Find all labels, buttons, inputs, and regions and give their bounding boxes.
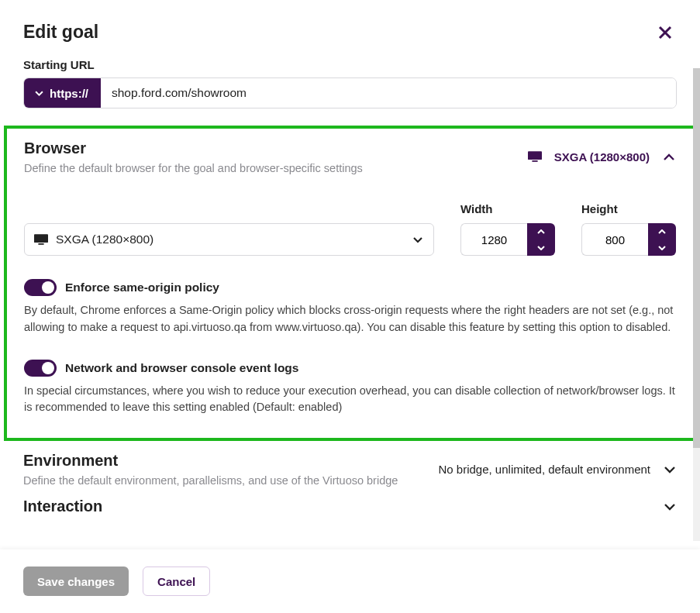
viewport-select-value: SXGA (1280×800) [56,232,404,246]
viewport-select[interactable]: SXGA (1280×800) [24,223,434,256]
environment-section: Environment Define the default environme… [23,452,677,491]
logs-desc: In special circumstances, where you wish… [24,383,676,417]
scrollbar-thumb[interactable] [693,68,700,448]
save-button[interactable]: Save changes [23,567,129,596]
height-input[interactable] [581,223,648,256]
browser-collapse-toggle[interactable] [662,150,676,164]
browser-section: Browser Define the default browser for t… [4,126,696,441]
chevron-down-icon [35,89,43,98]
cancel-button[interactable]: Cancel [143,567,210,596]
url-row: https:// [23,77,677,108]
svg-rect-2 [528,151,542,160]
url-label: Starting URL [0,58,700,77]
logs-label: Network and browser console event logs [65,361,298,375]
width-stepper[interactable] [460,223,555,256]
protocol-text: https:// [50,87,88,100]
monitor-icon [34,234,48,246]
interaction-section: Interaction [23,498,677,515]
browser-title: Browser [24,139,528,157]
same-origin-label: Enforce same-origin policy [65,281,219,294]
protocol-dropdown[interactable]: https:// [24,78,101,108]
height-down-icon[interactable] [648,239,676,256]
browser-summary: SXGA (1280×800) [554,150,650,164]
interaction-title: Interaction [23,498,663,515]
scrollbar[interactable] [693,68,700,541]
svg-rect-3 [532,160,537,162]
url-input[interactable] [101,78,676,108]
height-up-icon[interactable] [648,223,676,239]
chevron-down-icon [412,233,424,246]
environment-summary: No bridge, unlimited, default environmen… [439,463,651,476]
height-stepper[interactable] [581,223,676,256]
width-down-icon[interactable] [527,239,555,256]
monitor-icon [528,151,542,163]
same-origin-desc: By default, Chrome enforces a Same-Origi… [24,302,676,336]
logs-toggle[interactable] [24,360,57,377]
environment-title: Environment [23,452,439,470]
width-input[interactable] [460,223,527,256]
page-title: Edit goal [23,22,98,43]
width-label: Width [460,202,555,215]
environment-expand-toggle[interactable] [663,463,677,477]
svg-rect-4 [34,234,48,243]
width-up-icon[interactable] [527,223,555,239]
browser-subtitle: Define the default browser for the goal … [24,162,528,174]
environment-subtitle: Define the default environment, parallel… [23,474,439,487]
close-button[interactable] [657,24,674,41]
svg-rect-5 [38,243,43,245]
height-label: Height [581,202,676,215]
same-origin-toggle[interactable] [24,279,57,296]
interaction-expand-toggle[interactable] [663,500,677,514]
